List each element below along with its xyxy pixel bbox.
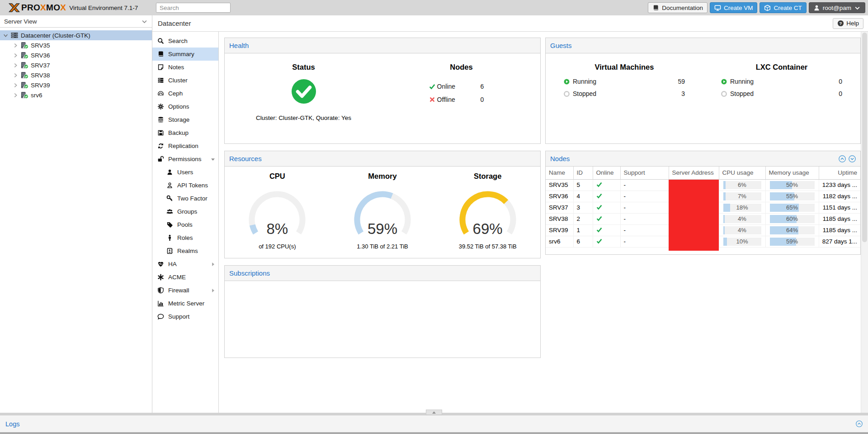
gauge-value: 69% xyxy=(439,220,537,238)
node-name: SRV38 xyxy=(546,213,573,224)
column-header-support[interactable]: Support xyxy=(620,167,669,179)
node-cpu-usage: 10% xyxy=(719,236,765,247)
node-id: 1 xyxy=(573,224,593,236)
cube-icon xyxy=(764,5,771,11)
nav-item-storage[interactable]: Storage xyxy=(152,113,218,126)
splitter-handle[interactable] xyxy=(426,410,442,415)
create-ct-button[interactable]: Create CT xyxy=(760,2,806,13)
nav-item-label: Options xyxy=(168,103,189,110)
node-name: SRV36 xyxy=(546,191,573,202)
column-header-memory-usage[interactable]: Memory usage xyxy=(765,167,819,179)
expand-logs-icon[interactable] xyxy=(856,420,863,427)
key-icon xyxy=(166,195,173,202)
proxmox-logo: PROXMOX Virtual Environment 7.1-7 xyxy=(8,3,156,13)
host-icon xyxy=(20,62,28,69)
column-header-uptime[interactable]: Uptime xyxy=(819,167,860,179)
tree-item-srv39[interactable]: SRV39 xyxy=(0,80,152,90)
tree-item-label: Datacenter (Cluster-GTK) xyxy=(21,32,90,39)
column-header-server-address[interactable]: Server Address xyxy=(669,167,719,179)
nav-item-search[interactable]: Search xyxy=(152,34,218,48)
tree-item-label: SRV35 xyxy=(31,42,50,49)
caret-right-icon xyxy=(13,83,18,88)
nav-item-users[interactable]: Users xyxy=(152,166,218,179)
node-uptime: 1185 days ... xyxy=(819,224,860,236)
nav-item-label: Groups xyxy=(177,208,197,215)
tree-item-label: SRV39 xyxy=(31,82,50,89)
node-id: 6 xyxy=(573,236,593,247)
create-vm-button[interactable]: Create VM xyxy=(710,2,758,13)
address-book-icon xyxy=(166,248,173,254)
logs-bar: Logs xyxy=(0,415,868,432)
running-icon xyxy=(721,79,727,85)
scrollbar[interactable] xyxy=(861,32,868,413)
caret-right-icon xyxy=(211,288,215,293)
column-header-name[interactable]: Name xyxy=(546,167,573,179)
tree-item-label: SRV37 xyxy=(31,62,50,69)
nav-item-summary[interactable]: Summary xyxy=(152,48,218,61)
documentation-button[interactable]: Documentation xyxy=(648,2,708,13)
nav-item-ha[interactable]: HA xyxy=(152,258,218,271)
node-memory-usage: 50% xyxy=(765,179,819,191)
nav-item-two-factor[interactable]: Two Factor xyxy=(152,192,218,205)
nav-item-firewall[interactable]: Firewall xyxy=(152,284,218,297)
online-row: Online 6 xyxy=(427,83,496,90)
node-cpu-usage: 18% xyxy=(719,202,765,213)
tree-item-srv6[interactable]: srv6 xyxy=(0,90,152,100)
scrollbar-thumb[interactable] xyxy=(862,33,867,242)
node-support: - xyxy=(620,179,669,191)
node-memory-usage: 55% xyxy=(765,191,819,202)
breadcrumb: Datacenter xyxy=(158,19,191,27)
column-header-online[interactable]: Online xyxy=(593,167,620,179)
help-button[interactable]: ? Help xyxy=(833,18,863,29)
nav-item-notes[interactable]: Notes xyxy=(152,61,218,74)
nav-item-backup[interactable]: Backup xyxy=(152,126,218,139)
nav-item-replication[interactable]: Replication xyxy=(152,139,218,153)
logs-splitter xyxy=(0,413,868,415)
node-name: SRV37 xyxy=(546,202,573,213)
tree-item-srv35[interactable]: SRV35 xyxy=(0,40,152,50)
note-icon xyxy=(157,64,164,71)
node-online xyxy=(593,191,620,202)
cluster-status-text: Cluster: Cluster-GTK, Quorate: Yes xyxy=(256,114,351,121)
nav-item-metric-server[interactable]: Metric Server xyxy=(152,297,218,310)
host-icon xyxy=(20,42,28,49)
node-cpu-usage: 7% xyxy=(719,191,765,202)
column-header-id[interactable]: ID xyxy=(573,167,593,179)
nav-item-permissions[interactable]: Permissions xyxy=(152,153,218,166)
right-column: Datacenter ? Help Search Summary Notes C… xyxy=(152,15,868,413)
node-id: 3 xyxy=(573,202,593,213)
tree-item-srv36[interactable]: SRV36 xyxy=(0,50,152,60)
tree-item-srv37[interactable]: SRV37 xyxy=(0,60,152,70)
nav-item-label: Permissions xyxy=(168,156,202,162)
nav-item-cluster[interactable]: Cluster xyxy=(152,74,218,87)
nav-item-options[interactable]: Options xyxy=(152,100,218,113)
bottom-edge xyxy=(0,432,868,434)
nav-item-api-tokens[interactable]: API Tokens xyxy=(152,179,218,192)
nav-item-realms[interactable]: Realms xyxy=(152,244,218,258)
nav-item-label: HA xyxy=(168,261,177,267)
wordmark-segment: PRO xyxy=(21,3,40,12)
search-input[interactable] xyxy=(156,3,231,13)
ceph-icon xyxy=(157,90,164,97)
nav-item-ceph[interactable]: Ceph xyxy=(152,87,218,100)
view-selector[interactable]: Server View xyxy=(0,15,152,28)
dashboard: Health Status Cluster: Cluster-GTK, Quor… xyxy=(219,32,861,413)
collapse-up-icon[interactable] xyxy=(839,155,846,162)
user-menu-button[interactable]: root@pam xyxy=(809,2,865,13)
tree-item-datacenter[interactable]: Datacenter (Cluster-GTK) xyxy=(0,30,152,40)
nav-item-groups[interactable]: Groups xyxy=(152,205,218,218)
gauge-caption: 39.52 TiB of 57.38 TiB xyxy=(459,243,517,250)
nav-item-roles[interactable]: Roles xyxy=(152,231,218,244)
guests-panel-header: Guests xyxy=(546,38,860,53)
nav-item-support[interactable]: Support xyxy=(152,310,218,323)
logs-title: Logs xyxy=(5,420,19,428)
tree-item-srv38[interactable]: SRV38 xyxy=(0,70,152,80)
collapse-down-icon[interactable] xyxy=(849,155,856,162)
node-online xyxy=(593,224,620,236)
nav-item-acme[interactable]: ACME xyxy=(152,271,218,284)
running-label: Running xyxy=(730,78,754,85)
nav-item-pools[interactable]: Pools xyxy=(152,218,218,231)
check-icon xyxy=(596,227,602,233)
node-support: - xyxy=(620,191,669,202)
column-header-cpu-usage[interactable]: CPU usage xyxy=(719,167,765,179)
